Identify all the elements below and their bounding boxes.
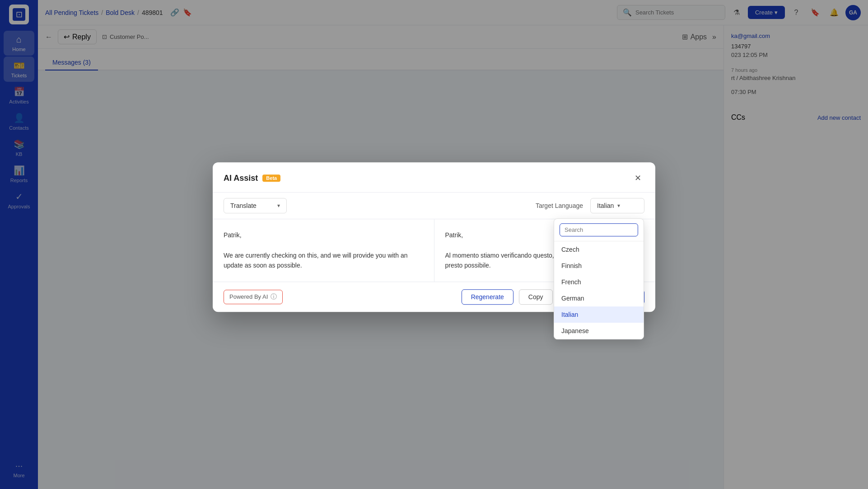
lang-option-french[interactable]: French bbox=[554, 274, 644, 290]
regenerate-button[interactable]: Regenerate bbox=[462, 289, 513, 305]
beta-badge: Beta bbox=[262, 174, 280, 182]
original-text: Patrik, We are currently checking on thi… bbox=[224, 230, 423, 271]
target-language-label: Target Language bbox=[536, 202, 583, 209]
modal-title: AI Assist bbox=[224, 174, 258, 183]
powered-by-badge: Powered By AI ⓘ bbox=[224, 290, 283, 304]
action-dropdown[interactable]: Translate ▾ bbox=[224, 198, 287, 213]
lang-option-czech[interactable]: Czech bbox=[554, 241, 644, 258]
modal-header: AI Assist Beta ✕ bbox=[213, 162, 655, 193]
info-icon[interactable]: ⓘ bbox=[271, 293, 277, 301]
language-selector[interactable]: Italian ▾ Czech Finnish French German It… bbox=[590, 198, 644, 213]
powered-by-label: Powered By AI bbox=[229, 293, 268, 300]
language-dropdown: Czech Finnish French German Italian Japa… bbox=[554, 218, 644, 339]
language-list: Czech Finnish French German Italian Japa… bbox=[554, 241, 644, 339]
lang-chevron-icon: ▾ bbox=[617, 202, 620, 209]
lang-option-italian[interactable]: Italian bbox=[554, 306, 644, 323]
lang-option-japanese[interactable]: Japanese bbox=[554, 323, 644, 339]
language-search-container bbox=[554, 219, 644, 241]
action-label: Translate bbox=[230, 202, 257, 209]
language-search-input[interactable] bbox=[560, 223, 638, 236]
modal-toolbar: Translate ▾ Target Language Italian ▾ Cz… bbox=[213, 193, 655, 219]
original-text-pane: Patrik, We are currently checking on thi… bbox=[213, 219, 434, 282]
action-chevron-icon: ▾ bbox=[277, 202, 280, 209]
modal-close-button[interactable]: ✕ bbox=[631, 171, 644, 185]
ai-assist-modal: AI Assist Beta ✕ Translate ▾ Target Lang… bbox=[213, 162, 655, 312]
copy-button[interactable]: Copy bbox=[519, 289, 553, 305]
lang-option-german[interactable]: German bbox=[554, 290, 644, 306]
selected-language-label: Italian bbox=[597, 202, 614, 209]
lang-option-finnish[interactable]: Finnish bbox=[554, 258, 644, 274]
